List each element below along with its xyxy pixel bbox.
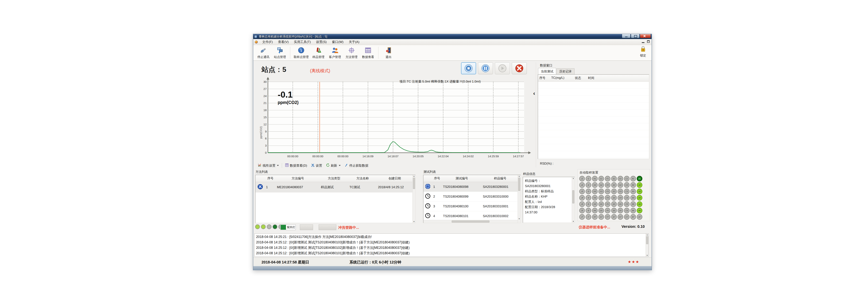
cancel-button[interactable] — [512, 62, 527, 74]
table-row[interactable]: 1ME201804080037样品测试TC测试2018/4/8 14:25:12 — [255, 182, 415, 193]
table-header-cell: 序号 — [538, 75, 550, 81]
play-icon — [498, 64, 507, 73]
data-view-icon — [365, 47, 371, 55]
sampler-well-B1: B1 — [630, 176, 636, 181]
mdi-minimize-icon[interactable] — [642, 42, 644, 43]
log-line: 2018-04-08 14:25:12 : [0/]新增测试 测试[TS2018… — [256, 240, 645, 245]
table-row[interactable]: 4TS201804080101SA201803310002 — [424, 211, 520, 221]
lock-icon — [640, 46, 646, 53]
sample-info-line: 14:37:00 — [525, 210, 571, 215]
sampler-well-D2: D2 — [618, 182, 623, 188]
offline-mode-label: (离线模式) — [310, 68, 330, 74]
pause-button[interactable] — [478, 62, 493, 74]
sampler-well-H2: H2 — [592, 182, 598, 188]
vertical-scrollbar[interactable]: ▲▼ — [518, 175, 520, 223]
sampler-well-J1: J1 — [579, 176, 585, 181]
sampler-well-F7: F7 — [605, 214, 611, 220]
sampler-well-C2: C2 — [624, 182, 629, 188]
sample-info-scrollbar[interactable]: ▲▼ — [572, 177, 575, 223]
svg-text:12: 12 — [264, 123, 267, 126]
sampler-well-J2: J2 — [579, 182, 585, 188]
empty-table-row — [538, 123, 649, 130]
toolbar-button-label: 取样点管理 — [293, 55, 309, 59]
lock-label: 锁定 — [640, 54, 646, 58]
toolbar-button-exit[interactable]: 退出 — [380, 45, 397, 60]
vertical-scrollbar[interactable]: ▲▼ — [412, 175, 415, 223]
sampler-well-F4: F4 — [605, 195, 611, 201]
sample-info-panel: 样品信息 样品编号：SA201803280001样品类型：标准样品样品名称：KH… — [523, 172, 575, 224]
sampler-well-I6: I6 — [586, 208, 591, 213]
menu-item-5[interactable]: 窗口(W) — [329, 39, 346, 45]
toolbar-button-station-manage[interactable]: 站点管理 — [272, 45, 288, 60]
stop-button[interactable] — [461, 62, 476, 74]
chart-toolbar-settings[interactable]: 设置 — [309, 163, 324, 169]
table-row[interactable]: 1TS201804080098SA201803280001 — [424, 182, 520, 192]
chart-toolbar-data-grid[interactable]: 数据查看(D) — [283, 163, 309, 169]
svg-text:3: 3 — [265, 144, 267, 147]
sampler-well-G1: G1 — [598, 176, 604, 181]
log-scrollbar[interactable]: ▲ ▼ — [646, 234, 648, 257]
row-status-cell — [255, 184, 265, 191]
toolbar-separator — [378, 47, 378, 59]
mdi-restore-icon[interactable] — [647, 40, 650, 43]
sampler-status-text: 仪器进样前准备中... — [579, 225, 610, 230]
maximize-button[interactable] — [631, 34, 640, 38]
panel-splitter[interactable] — [536, 62, 536, 167]
sampler-well-A2: A2 — [637, 182, 642, 188]
toolbar-button-sample-manage[interactable]: 样品管理 — [310, 45, 327, 60]
collapse-left-icon[interactable]: ‹ — [533, 91, 535, 96]
menu-item-3[interactable]: 实用工具(T) — [291, 39, 313, 45]
menu-item-2[interactable]: 查看(V) — [275, 39, 291, 45]
pause-icon — [481, 64, 490, 73]
table-cell: TS201804080100 — [442, 205, 482, 208]
tab-current-test[interactable]: 当前测试 — [538, 68, 556, 74]
sampling-point-icon: i — [298, 47, 305, 55]
table-cell: 样品测试 — [320, 185, 348, 189]
toolbar-button-stop-comm[interactable]: 停止通讯 — [255, 45, 272, 60]
data-grid-icon — [285, 163, 289, 168]
statusbar-stars: ★★★ — [628, 260, 640, 264]
toolbar-button-sampling-point[interactable]: i取样点管理 — [292, 45, 310, 60]
svg-text:30: 30 — [264, 80, 267, 83]
table-header-cell: 时间 — [587, 75, 610, 81]
close-button[interactable] — [640, 34, 651, 38]
data-window-table: 序号TC(mg/L)状态时间 — [538, 74, 649, 159]
clock-icon — [425, 213, 431, 219]
lock-button[interactable]: 锁定 — [640, 46, 646, 58]
toolbar-button-data-view[interactable]: 数据查看 — [360, 45, 376, 60]
cancel-icon — [515, 64, 524, 73]
table-row[interactable]: 2TS201804080099SA201803310000 — [424, 192, 520, 202]
chart-toolbar-line-settings[interactable]: 线性设置 — [256, 163, 281, 169]
table-cell: SA201803280001 — [482, 185, 519, 189]
tab-history[interactable]: 历史记录 — [557, 68, 575, 75]
toolbar-button-method-manage[interactable]: 方法管理 — [343, 45, 360, 60]
menu-item-6[interactable]: 关于(A) — [346, 39, 362, 45]
chart-toolbar-refresh[interactable]: 刷新 — [324, 163, 342, 169]
empty-table-row — [538, 81, 649, 89]
status-led-2 — [261, 225, 266, 229]
sampler-well-H1: H1 — [592, 176, 598, 181]
svg-text:14:24:02: 14:24:02 — [463, 155, 474, 158]
toolbar-button-customer-manage[interactable]: 客户管理 — [327, 45, 343, 60]
chromatogram-chart: ppm(CO2) 03691215182124273000:00:0000:00… — [260, 76, 532, 167]
table-row[interactable]: 3TS201804080100SA201803310001 — [424, 202, 520, 211]
sample-info-line: 样品类型：标准样品 — [525, 189, 571, 194]
stop-data-icon — [344, 163, 348, 168]
chart-toolbar-stop-data[interactable]: 停止获取数据 — [342, 163, 370, 169]
empty-table-row — [538, 151, 649, 158]
svg-text:14:22:04: 14:22:04 — [438, 155, 448, 158]
station-manage-icon — [277, 47, 283, 55]
sampler-well-C4: C4 — [624, 195, 629, 201]
play-button[interactable] — [495, 62, 510, 74]
minimize-button[interactable] — [622, 34, 630, 38]
title-bar[interactable]: 泰林总有机碳分析系统软件[zt\byh]:演示] - [站点：5] — [253, 34, 652, 39]
menu-item-4[interactable]: 设置(S) — [313, 39, 329, 45]
horizontal-scrollbar[interactable] — [424, 220, 518, 223]
svg-text:ppm(CO2): ppm(CO2) — [278, 100, 299, 105]
table-header-cell: 创建日期 — [377, 175, 412, 182]
chart-y-axis-label: ppm(CO2) — [259, 126, 262, 138]
toolbar-button-label: 停止通讯 — [257, 55, 270, 59]
menu-item-1[interactable]: 文件(F) — [260, 39, 275, 45]
table-cell: TS201804080099 — [442, 195, 482, 199]
svg-text:18: 18 — [264, 108, 267, 112]
